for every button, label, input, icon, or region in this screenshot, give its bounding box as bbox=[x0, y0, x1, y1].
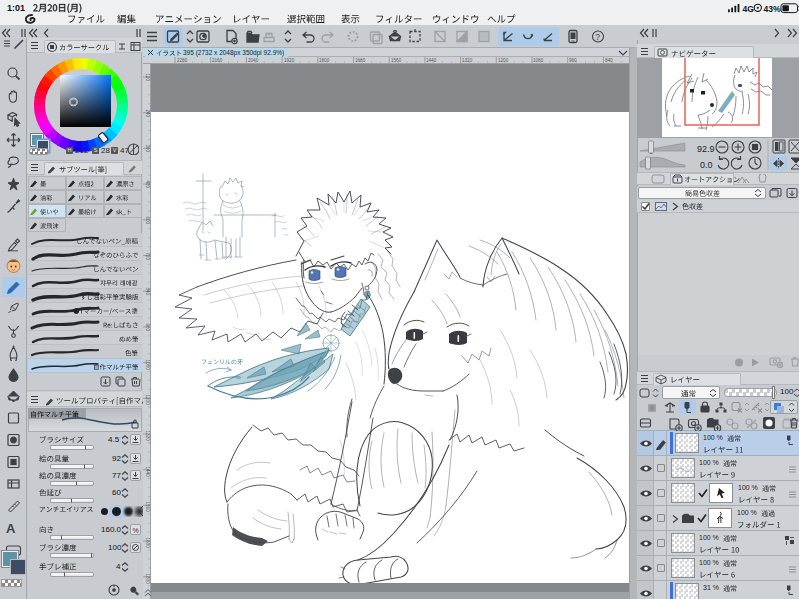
svg-text:1200: 1200 bbox=[145, 395, 150, 406]
svg-text:720: 720 bbox=[145, 253, 150, 261]
svg-text:1560: 1560 bbox=[391, 58, 402, 63]
svg-text:1080: 1080 bbox=[533, 58, 544, 63]
svg-text:0.0: 0.0 bbox=[700, 160, 713, 170]
svg-text:?: ? bbox=[595, 32, 600, 42]
svg-text:1320: 1320 bbox=[145, 431, 150, 442]
svg-text:840: 840 bbox=[145, 288, 150, 296]
svg-text:2040: 2040 bbox=[248, 58, 259, 63]
svg-text:1680: 1680 bbox=[145, 538, 150, 549]
svg-text:1680: 1680 bbox=[355, 58, 366, 63]
svg-text:480: 480 bbox=[145, 181, 150, 189]
svg-text:840: 840 bbox=[605, 58, 613, 63]
svg-text:240: 240 bbox=[145, 110, 150, 118]
svg-text:360: 360 bbox=[145, 145, 150, 153]
svg-text:600: 600 bbox=[145, 217, 150, 225]
svg-text:1080: 1080 bbox=[145, 360, 150, 371]
svg-text:92.9: 92.9 bbox=[697, 144, 715, 154]
svg-text:1800: 1800 bbox=[145, 574, 150, 585]
svg-text:4G: 4G bbox=[743, 4, 755, 14]
svg-text:43%: 43% bbox=[764, 4, 782, 14]
svg-text:1440: 1440 bbox=[426, 58, 437, 63]
svg-text:1800: 1800 bbox=[319, 58, 330, 63]
svg-text:1320: 1320 bbox=[462, 58, 473, 63]
svg-text:960: 960 bbox=[145, 324, 150, 332]
svg-text:2160: 2160 bbox=[212, 58, 223, 63]
svg-text:2280: 2280 bbox=[177, 58, 188, 63]
svg-text:120: 120 bbox=[145, 74, 150, 82]
svg-text:960: 960 bbox=[569, 58, 577, 63]
svg-text:1560: 1560 bbox=[145, 502, 150, 513]
svg-text:1440: 1440 bbox=[145, 467, 150, 478]
svg-text:1200: 1200 bbox=[498, 58, 509, 63]
svg-text:1920: 1920 bbox=[284, 58, 295, 63]
